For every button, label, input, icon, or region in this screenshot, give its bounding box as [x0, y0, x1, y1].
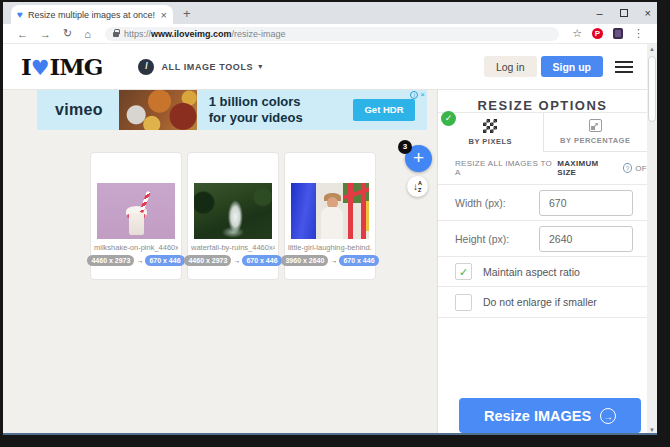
thumbnail-waterfall: [194, 183, 272, 239]
width-label: Width (px):: [455, 197, 539, 209]
back-icon[interactable]: ←: [17, 28, 28, 40]
tab-favicon-heart-icon: ♥: [17, 10, 23, 20]
url-text: https://www.iloveimg.com/resize-image: [124, 29, 286, 39]
resized-size-badge: 670 x 446: [339, 255, 378, 266]
resize-options-sidebar: RESIZE OPTIONS BY PIXELS ↗ BY PERCENTAGE…: [437, 90, 647, 435]
reload-icon[interactable]: ↻: [63, 27, 72, 40]
tab-title: Resize multiple images at once!: [28, 10, 157, 20]
browser-window: ♥ Resize multiple images at once! × + – …: [3, 2, 657, 435]
arrow-right-icon: →: [330, 257, 337, 264]
pinterest-extension-icon[interactable]: P: [592, 28, 603, 39]
new-tab-button[interactable]: +: [183, 6, 191, 21]
page-scrollbar[interactable]: ▲ ▼: [647, 44, 657, 435]
site-header: I♥IMG / ALL IMAGE TOOLS ▾ Log in Sign up: [3, 44, 647, 90]
hamburger-menu-icon[interactable]: [615, 61, 633, 73]
window-maximize-button[interactable]: [620, 9, 628, 17]
forward-icon[interactable]: →: [40, 28, 51, 40]
window-minimize-button[interactable]: –: [596, 8, 602, 19]
size-badges: 3960 x 2640 → 670 x 446: [285, 255, 375, 266]
width-input[interactable]: [539, 190, 633, 216]
extension-icon[interactable]: [613, 28, 623, 39]
maintain-aspect-label: Maintain aspect ratio: [483, 266, 580, 278]
maintain-aspect-checkbox[interactable]: ✓: [455, 263, 472, 280]
wrench-icon: /: [138, 59, 154, 75]
resize-description: RESIZE ALL IMAGES TO AMAXIMUM SIZE ? OF: [438, 152, 647, 184]
browser-menu-icon[interactable]: ⋮: [633, 27, 644, 40]
scroll-down-icon[interactable]: ▼: [647, 425, 657, 435]
size-badges: 4460 x 2973 → 670 x 446: [188, 255, 278, 266]
ad-banner[interactable]: vimeo 1 billion colorsfor your videos Ge…: [37, 90, 427, 130]
file-name: milkshake-on-pink_4460x..: [94, 243, 178, 252]
ad-image: [119, 90, 197, 130]
original-size-badge: 4460 x 2973: [184, 255, 231, 266]
resized-size-badge: 670 x 446: [145, 255, 184, 266]
go-arrow-icon: →: [600, 408, 616, 424]
scrollbar-thumb[interactable]: [648, 56, 656, 122]
tab-strip: ♥ Resize multiple images at once! × + – …: [3, 2, 657, 24]
sort-button[interactable]: ↓ AZ: [407, 176, 428, 197]
original-size-badge: 4460 x 2973: [87, 255, 134, 266]
pixels-icon: [483, 119, 497, 133]
vimeo-logo: vimeo: [55, 101, 103, 119]
file-count-badge: 3: [398, 140, 412, 154]
bookmark-star-icon[interactable]: ☆: [572, 27, 582, 40]
percentage-icon: ↗: [589, 119, 602, 132]
window-close-button[interactable]: ×: [645, 8, 651, 19]
address-bar-row: ← → ↻ ⌂ https://www.iloveimg.com/resize-…: [3, 24, 657, 44]
ad-cta-button[interactable]: Get HDR: [353, 99, 415, 121]
help-question-icon[interactable]: ?: [623, 163, 633, 173]
selected-check-icon: ✓: [441, 111, 456, 126]
height-input[interactable]: [539, 226, 633, 252]
thumbnail-milkshake: [97, 183, 175, 239]
home-icon[interactable]: ⌂: [84, 28, 91, 40]
width-row: Width (px):: [438, 184, 647, 220]
resized-size-badge: 670 x 446: [242, 255, 281, 266]
height-label: Height (px):: [455, 233, 539, 245]
mode-tabs: BY PIXELS ↗ BY PERCENTAGE: [438, 112, 647, 152]
maintain-aspect-row: ✓ Maintain aspect ratio: [438, 256, 647, 286]
no-enlarge-label: Do not enlarge if smaller: [483, 296, 597, 308]
file-card-little-girl[interactable]: little-girl-laughing-behind... 3960 x 26…: [284, 152, 376, 280]
arrow-right-icon: →: [233, 257, 240, 264]
all-image-tools-menu[interactable]: / ALL IMAGE TOOLS ▾: [138, 59, 262, 75]
logo-heart-icon: ♥: [31, 56, 50, 80]
sidebar-title: RESIZE OPTIONS: [438, 90, 647, 112]
scroll-up-icon[interactable]: ▲: [647, 44, 657, 54]
all-image-tools-label: ALL IMAGE TOOLS: [161, 62, 253, 72]
address-bar[interactable]: https://www.iloveimg.com/resize-image: [105, 27, 559, 41]
no-enlarge-row: Do not enlarge if smaller: [438, 286, 647, 318]
file-name: little-girl-laughing-behind...: [288, 243, 372, 252]
login-button[interactable]: Log in: [484, 56, 537, 77]
main-content: vimeo 1 billion colorsfor your videos Ge…: [3, 90, 437, 435]
height-row: Height (px):: [438, 220, 647, 256]
ad-close-icon[interactable]: ×: [420, 91, 425, 99]
no-enlarge-checkbox[interactable]: [455, 294, 472, 311]
size-badges: 4460 x 2973 → 670 x 446: [91, 255, 181, 266]
adchoices-icon[interactable]: i: [410, 91, 418, 99]
screenshot-frame: ♥ Resize multiple images at once! × + – …: [0, 0, 670, 447]
resize-images-button[interactable]: Resize IMAGES →: [459, 398, 641, 433]
ad-headline: 1 billion colorsfor your videos: [209, 94, 303, 125]
iloveimg-logo[interactable]: I♥IMG: [21, 53, 102, 80]
browser-tab[interactable]: ♥ Resize multiple images at once! ×: [11, 5, 173, 24]
signup-button[interactable]: Sign up: [541, 56, 604, 77]
window-controls: – ×: [596, 2, 651, 24]
chevron-down-icon: ▾: [258, 62, 262, 71]
tab-close-icon[interactable]: ×: [161, 9, 167, 21]
tab-by-percentage[interactable]: ↗ BY PERCENTAGE: [543, 113, 648, 152]
thumbnail-little-girl: [291, 183, 369, 239]
original-size-badge: 3960 x 2640: [281, 255, 328, 266]
file-card-milkshake[interactable]: milkshake-on-pink_4460x.. 4460 x 2973 → …: [90, 152, 182, 280]
arrow-right-icon: →: [136, 257, 143, 264]
lock-icon: [113, 32, 119, 37]
file-name: waterfall-by-ruins_4460x4..: [191, 243, 275, 252]
file-card-waterfall[interactable]: waterfall-by-ruins_4460x4.. 4460 x 2973 …: [187, 152, 279, 280]
